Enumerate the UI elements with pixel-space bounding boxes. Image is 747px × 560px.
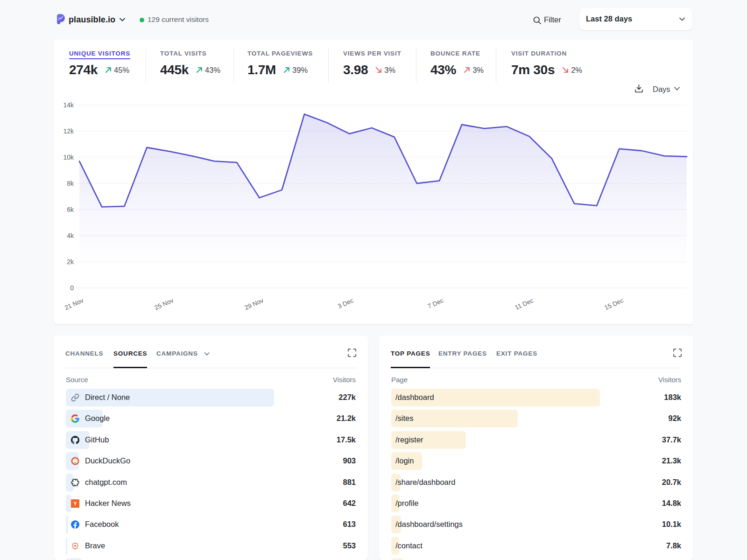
svg-text:25 Nov: 25 Nov bbox=[154, 297, 175, 311]
svg-text:Y: Y bbox=[73, 501, 77, 506]
svg-text:15 Dec: 15 Dec bbox=[603, 297, 624, 311]
svg-text:3 Dec: 3 Dec bbox=[337, 297, 355, 310]
svg-text:10k: 10k bbox=[63, 154, 74, 161]
svg-text:6k: 6k bbox=[67, 206, 74, 213]
svg-text:14k: 14k bbox=[63, 101, 74, 109]
svg-text:8k: 8k bbox=[67, 180, 74, 187]
svg-text:12k: 12k bbox=[63, 127, 74, 135]
svg-text:7 Dec: 7 Dec bbox=[427, 297, 445, 310]
svg-text:2k: 2k bbox=[67, 258, 74, 266]
svg-text:29 Nov: 29 Nov bbox=[244, 297, 265, 311]
svg-text:0: 0 bbox=[70, 284, 74, 292]
svg-text:21 Nov: 21 Nov bbox=[63, 297, 85, 311]
svg-text:Days: Days bbox=[653, 85, 670, 93]
svg-text:4k: 4k bbox=[67, 232, 74, 239]
svg-text:11 Dec: 11 Dec bbox=[514, 297, 535, 311]
